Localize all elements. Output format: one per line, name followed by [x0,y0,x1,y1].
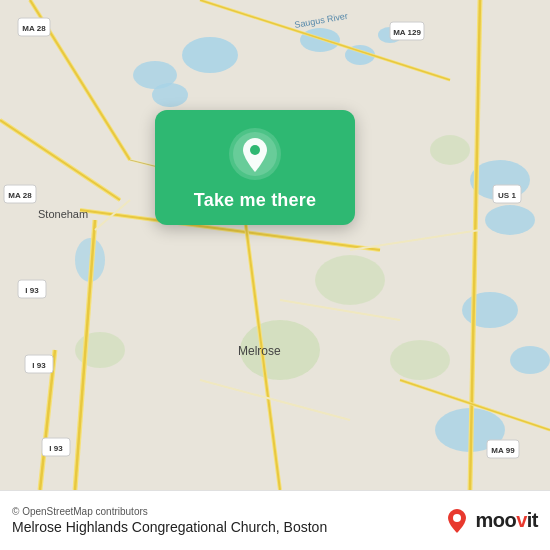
svg-point-62 [250,145,260,155]
svg-point-9 [462,292,518,328]
svg-text:MA 99: MA 99 [491,446,515,455]
svg-point-2 [300,28,340,52]
svg-text:US 1: US 1 [498,191,516,200]
svg-text:I 93: I 93 [32,361,46,370]
svg-point-63 [453,514,461,522]
svg-point-17 [430,135,470,165]
svg-point-15 [390,340,450,380]
take-me-there-button[interactable]: Take me there [194,190,316,211]
svg-text:Melrose: Melrose [238,344,281,358]
bottom-bar: © OpenStreetMap contributors Melrose Hig… [0,490,550,550]
moovit-logo: moovit [443,507,538,535]
place-name-text: Melrose Highlands Congregational Church,… [12,519,433,535]
location-pin-icon [229,128,281,180]
svg-text:MA 28: MA 28 [8,191,32,200]
moovit-icon [443,507,471,535]
map-container: Saugus River MA 28 MA 28 MA 129 US 1 MA … [0,0,550,490]
attribution-text: © OpenStreetMap contributors [12,506,433,517]
svg-text:Stoneham: Stoneham [38,208,88,220]
svg-point-14 [315,255,385,305]
svg-text:I 93: I 93 [25,286,39,295]
take-me-there-card[interactable]: Take me there [155,110,355,225]
svg-text:I 93: I 93 [49,444,63,453]
svg-point-8 [485,205,535,235]
svg-point-1 [182,37,238,73]
svg-text:MA 28: MA 28 [22,24,46,33]
svg-point-6 [152,83,188,107]
svg-point-10 [510,346,550,374]
svg-text:MA 129: MA 129 [393,28,421,37]
moovit-text: moovit [475,509,538,532]
